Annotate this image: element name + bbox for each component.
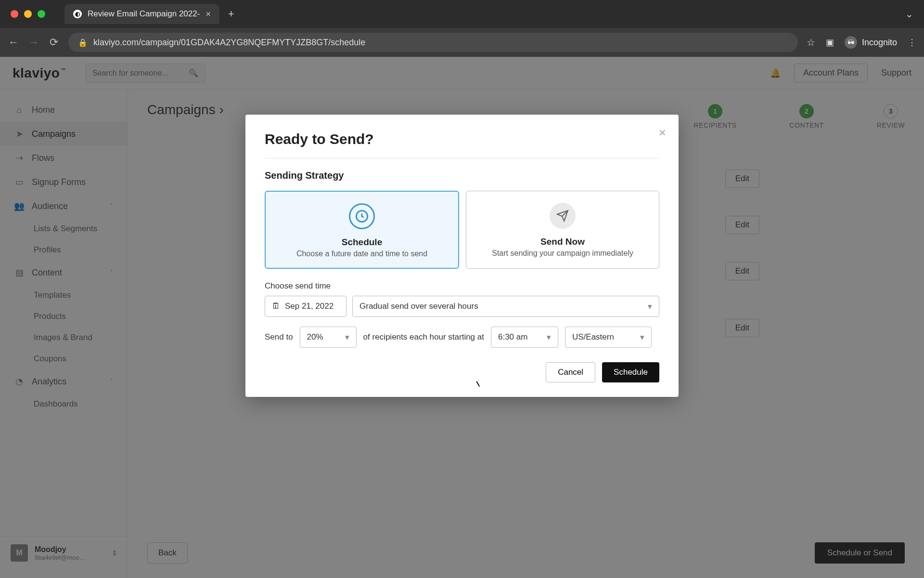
strategy-sendnow-card[interactable]: Send Now Start sending your campaign imm… bbox=[466, 191, 659, 269]
tabs-overflow-icon[interactable]: ⌄ bbox=[905, 8, 913, 20]
tab-title: Review Email Campaign 2022- bbox=[88, 9, 200, 19]
timezone-value: US/Eastern bbox=[572, 332, 614, 342]
incognito-label: Incognito bbox=[862, 38, 897, 48]
incognito-icon: 🕶 bbox=[845, 36, 857, 49]
percent-value: 20% bbox=[307, 332, 323, 342]
forward-button[interactable]: → bbox=[28, 36, 39, 49]
traffic-lights bbox=[11, 10, 45, 18]
clock-icon bbox=[349, 203, 375, 229]
browser-tab[interactable]: ◐ Review Email Campaign 2022- × bbox=[64, 4, 219, 24]
divider bbox=[265, 158, 659, 158]
calendar-icon: 🗓 bbox=[272, 302, 280, 311]
panel-icon[interactable]: ▣ bbox=[826, 37, 834, 48]
tab-favicon-icon: ◐ bbox=[73, 10, 82, 18]
percent-select[interactable]: 20% bbox=[300, 327, 357, 348]
ready-to-send-modal: × Ready to Send? Sending Strategy Schedu… bbox=[245, 115, 679, 397]
url-text: klaviyo.com/campaign/01GDAK4A2YG8NQEFMYT… bbox=[93, 38, 365, 48]
percent-suffix-text: of recipients each hour starting at bbox=[363, 332, 484, 342]
cancel-button[interactable]: Cancel bbox=[546, 362, 595, 382]
strategy-sendnow-title: Send Now bbox=[475, 236, 650, 247]
strategy-schedule-card[interactable]: Schedule Choose a future date and time t… bbox=[265, 191, 459, 269]
send-to-label: Send to bbox=[265, 332, 293, 342]
gradual-send-row: Send to 20% of recipients each hour star… bbox=[265, 327, 659, 348]
new-tab-button[interactable]: + bbox=[228, 8, 234, 20]
modal-title: Ready to Send? bbox=[265, 131, 659, 147]
tab-strip: ◐ Review Email Campaign 2022- × + bbox=[64, 4, 234, 24]
start-time-select[interactable]: 6:30 am bbox=[491, 327, 558, 348]
browser-menu-icon[interactable]: ⋮ bbox=[908, 37, 916, 48]
incognito-indicator[interactable]: 🕶 Incognito bbox=[845, 36, 897, 49]
address-bar: ← → ⟳ 🔒 klaviyo.com/campaign/01GDAK4A2YG… bbox=[0, 28, 924, 57]
send-mode-select[interactable]: Gradual send over several hours bbox=[352, 296, 659, 317]
minimize-window-icon[interactable] bbox=[24, 10, 32, 18]
bookmark-icon[interactable]: ☆ bbox=[807, 37, 815, 48]
sending-strategy-label: Sending Strategy bbox=[265, 170, 659, 181]
strategy-sendnow-sub: Start sending your campaign immediately bbox=[475, 249, 650, 258]
schedule-button[interactable]: Schedule bbox=[602, 362, 659, 382]
send-mode-value: Gradual send over several hours bbox=[359, 302, 478, 311]
paper-plane-icon bbox=[550, 203, 576, 229]
close-icon[interactable]: × bbox=[659, 125, 666, 140]
reload-button[interactable]: ⟳ bbox=[48, 36, 60, 49]
modal-overlay[interactable]: × Ready to Send? Sending Strategy Schedu… bbox=[0, 57, 924, 578]
tab-close-icon[interactable]: × bbox=[205, 9, 211, 19]
close-window-icon[interactable] bbox=[11, 10, 18, 18]
send-date-value: Sep 21, 2022 bbox=[285, 302, 334, 311]
lock-icon: 🔒 bbox=[78, 38, 88, 47]
strategy-schedule-sub: Choose a future date and time to send bbox=[274, 250, 449, 258]
choose-send-time-label: Choose send time bbox=[265, 281, 659, 291]
send-time-row: 🗓 Sep 21, 2022 Gradual send over several… bbox=[265, 296, 659, 317]
strategy-options: Schedule Choose a future date and time t… bbox=[265, 191, 659, 269]
modal-actions: Cancel Schedule bbox=[265, 362, 659, 382]
send-date-picker[interactable]: 🗓 Sep 21, 2022 bbox=[265, 296, 346, 317]
url-field[interactable]: 🔒 klaviyo.com/campaign/01GDAK4A2YG8NQEFM… bbox=[68, 33, 798, 52]
window-titlebar: ◐ Review Email Campaign 2022- × + ⌄ bbox=[0, 0, 924, 28]
timezone-select[interactable]: US/Eastern bbox=[565, 327, 652, 348]
start-time-value: 6:30 am bbox=[498, 332, 527, 342]
back-button[interactable]: ← bbox=[8, 36, 19, 49]
strategy-schedule-title: Schedule bbox=[274, 237, 449, 248]
maximize-window-icon[interactable] bbox=[38, 10, 45, 18]
